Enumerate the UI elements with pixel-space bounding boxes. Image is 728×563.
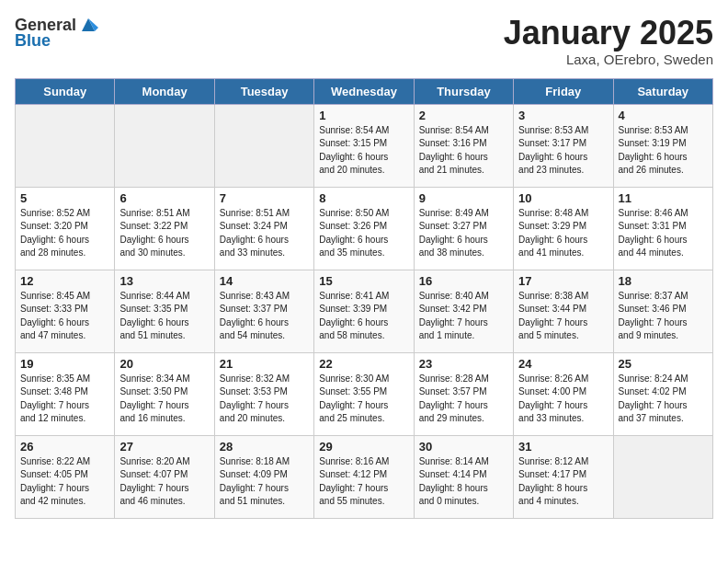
calendar-subtitle: Laxa, OErebro, Sweden xyxy=(504,52,713,67)
day-cell: 15Sunrise: 8:41 AM Sunset: 3:39 PM Dayli… xyxy=(314,270,414,352)
day-info: Sunrise: 8:22 AM Sunset: 4:05 PM Dayligh… xyxy=(20,455,109,509)
day-number: 4 xyxy=(619,109,708,122)
day-info: Sunrise: 8:52 AM Sunset: 3:20 PM Dayligh… xyxy=(20,207,109,260)
day-cell: 3Sunrise: 8:53 AM Sunset: 3:17 PM Daylig… xyxy=(514,104,613,187)
days-header-row: SundayMondayTuesdayWednesdayThursdayFrid… xyxy=(16,78,713,104)
day-info: Sunrise: 8:38 AM Sunset: 3:44 PM Dayligh… xyxy=(518,290,608,343)
dow-header-monday: Monday xyxy=(115,78,214,104)
title-block: January 2025 Laxa, OErebro, Sweden xyxy=(504,15,713,67)
day-cell: 9Sunrise: 8:49 AM Sunset: 3:27 PM Daylig… xyxy=(414,187,513,270)
day-number: 15 xyxy=(319,274,408,288)
day-info: Sunrise: 8:28 AM Sunset: 3:57 PM Dayligh… xyxy=(419,373,508,426)
day-number: 29 xyxy=(319,440,408,454)
day-info: Sunrise: 8:51 AM Sunset: 3:22 PM Dayligh… xyxy=(119,207,209,260)
day-info: Sunrise: 8:54 AM Sunset: 3:16 PM Dayligh… xyxy=(419,124,508,178)
day-cell: 18Sunrise: 8:37 AM Sunset: 3:46 PM Dayli… xyxy=(613,270,712,352)
day-number: 5 xyxy=(20,191,109,205)
day-number: 20 xyxy=(119,357,209,371)
week-row-2: 12Sunrise: 8:45 AM Sunset: 3:33 PM Dayli… xyxy=(16,270,713,352)
day-cell: 29Sunrise: 8:16 AM Sunset: 4:12 PM Dayli… xyxy=(314,435,414,518)
day-info: Sunrise: 8:37 AM Sunset: 3:46 PM Dayligh… xyxy=(619,290,708,343)
day-cell: 12Sunrise: 8:45 AM Sunset: 3:33 PM Dayli… xyxy=(16,270,115,352)
day-number: 2 xyxy=(419,109,508,122)
day-cell: 21Sunrise: 8:32 AM Sunset: 3:53 PM Dayli… xyxy=(214,352,313,435)
day-number: 9 xyxy=(419,191,508,205)
day-cell: 28Sunrise: 8:18 AM Sunset: 4:09 PM Dayli… xyxy=(214,435,313,518)
dow-header-friday: Friday xyxy=(514,78,613,104)
day-cell xyxy=(214,104,313,187)
day-number: 16 xyxy=(419,274,508,288)
logo: General Blue xyxy=(15,15,98,51)
dow-header-tuesday: Tuesday xyxy=(214,78,313,104)
day-cell: 30Sunrise: 8:14 AM Sunset: 4:14 PM Dayli… xyxy=(414,435,513,518)
day-info: Sunrise: 8:26 AM Sunset: 4:00 PM Dayligh… xyxy=(518,373,608,426)
day-info: Sunrise: 8:54 AM Sunset: 3:15 PM Dayligh… xyxy=(319,124,408,178)
day-info: Sunrise: 8:32 AM Sunset: 3:53 PM Dayligh… xyxy=(220,373,309,426)
day-cell: 7Sunrise: 8:51 AM Sunset: 3:24 PM Daylig… xyxy=(214,187,313,270)
day-cell: 25Sunrise: 8:24 AM Sunset: 4:02 PM Dayli… xyxy=(613,352,712,435)
day-cell: 8Sunrise: 8:50 AM Sunset: 3:26 PM Daylig… xyxy=(314,187,414,270)
day-cell: 13Sunrise: 8:44 AM Sunset: 3:35 PM Dayli… xyxy=(115,270,214,352)
day-info: Sunrise: 8:35 AM Sunset: 3:48 PM Dayligh… xyxy=(20,373,109,426)
day-info: Sunrise: 8:44 AM Sunset: 3:35 PM Dayligh… xyxy=(119,290,209,343)
day-number: 28 xyxy=(220,440,309,454)
day-info: Sunrise: 8:41 AM Sunset: 3:39 PM Dayligh… xyxy=(319,290,408,343)
day-info: Sunrise: 8:46 AM Sunset: 3:31 PM Dayligh… xyxy=(619,207,708,260)
calendar-table: SundayMondayTuesdayWednesdayThursdayFrid… xyxy=(15,78,713,519)
week-row-1: 5Sunrise: 8:52 AM Sunset: 3:20 PM Daylig… xyxy=(16,187,713,270)
day-number: 24 xyxy=(518,357,608,371)
week-row-4: 26Sunrise: 8:22 AM Sunset: 4:05 PM Dayli… xyxy=(16,435,713,518)
day-cell: 10Sunrise: 8:48 AM Sunset: 3:29 PM Dayli… xyxy=(514,187,613,270)
day-cell: 17Sunrise: 8:38 AM Sunset: 3:44 PM Dayli… xyxy=(514,270,613,352)
day-cell: 20Sunrise: 8:34 AM Sunset: 3:50 PM Dayli… xyxy=(115,352,214,435)
day-number: 27 xyxy=(119,440,209,454)
day-info: Sunrise: 8:20 AM Sunset: 4:07 PM Dayligh… xyxy=(119,455,209,509)
day-info: Sunrise: 8:48 AM Sunset: 3:29 PM Dayligh… xyxy=(518,207,608,260)
day-cell: 27Sunrise: 8:20 AM Sunset: 4:07 PM Dayli… xyxy=(115,435,214,518)
day-info: Sunrise: 8:45 AM Sunset: 3:33 PM Dayligh… xyxy=(20,290,109,343)
day-cell: 1Sunrise: 8:54 AM Sunset: 3:15 PM Daylig… xyxy=(314,104,414,187)
day-number: 21 xyxy=(220,357,309,371)
day-info: Sunrise: 8:24 AM Sunset: 4:02 PM Dayligh… xyxy=(619,373,708,426)
day-number: 25 xyxy=(619,357,708,371)
day-cell: 2Sunrise: 8:54 AM Sunset: 3:16 PM Daylig… xyxy=(414,104,513,187)
day-info: Sunrise: 8:14 AM Sunset: 4:14 PM Dayligh… xyxy=(419,455,508,509)
day-cell xyxy=(16,104,115,187)
day-number: 23 xyxy=(419,357,508,371)
day-info: Sunrise: 8:51 AM Sunset: 3:24 PM Dayligh… xyxy=(220,207,309,260)
day-cell xyxy=(115,104,214,187)
page-header: General Blue January 2025 Laxa, OErebro,… xyxy=(15,15,713,67)
day-cell: 23Sunrise: 8:28 AM Sunset: 3:57 PM Dayli… xyxy=(414,352,513,435)
day-info: Sunrise: 8:12 AM Sunset: 4:17 PM Dayligh… xyxy=(518,455,608,509)
day-number: 30 xyxy=(419,440,508,454)
dow-header-sunday: Sunday xyxy=(16,78,115,104)
day-cell: 11Sunrise: 8:46 AM Sunset: 3:31 PM Dayli… xyxy=(613,187,712,270)
day-cell: 24Sunrise: 8:26 AM Sunset: 4:00 PM Dayli… xyxy=(514,352,613,435)
day-number: 6 xyxy=(119,191,209,205)
dow-header-saturday: Saturday xyxy=(613,78,712,104)
day-info: Sunrise: 8:18 AM Sunset: 4:09 PM Dayligh… xyxy=(220,455,309,509)
day-number: 11 xyxy=(619,191,708,205)
day-cell: 5Sunrise: 8:52 AM Sunset: 3:20 PM Daylig… xyxy=(16,187,115,270)
day-cell: 14Sunrise: 8:43 AM Sunset: 3:37 PM Dayli… xyxy=(214,270,313,352)
day-info: Sunrise: 8:50 AM Sunset: 3:26 PM Dayligh… xyxy=(319,207,408,260)
week-row-3: 19Sunrise: 8:35 AM Sunset: 3:48 PM Dayli… xyxy=(16,352,713,435)
day-number: 18 xyxy=(619,274,708,288)
day-cell: 4Sunrise: 8:53 AM Sunset: 3:19 PM Daylig… xyxy=(613,104,712,187)
day-cell: 31Sunrise: 8:12 AM Sunset: 4:17 PM Dayli… xyxy=(514,435,613,518)
day-info: Sunrise: 8:43 AM Sunset: 3:37 PM Dayligh… xyxy=(220,290,309,343)
day-number: 1 xyxy=(319,109,408,122)
day-info: Sunrise: 8:30 AM Sunset: 3:55 PM Dayligh… xyxy=(319,373,408,426)
day-info: Sunrise: 8:53 AM Sunset: 3:19 PM Dayligh… xyxy=(619,124,708,178)
day-number: 13 xyxy=(119,274,209,288)
day-number: 10 xyxy=(518,191,608,205)
dow-header-wednesday: Wednesday xyxy=(314,78,414,104)
day-number: 19 xyxy=(20,357,109,371)
day-number: 22 xyxy=(319,357,408,371)
dow-header-thursday: Thursday xyxy=(414,78,513,104)
day-info: Sunrise: 8:49 AM Sunset: 3:27 PM Dayligh… xyxy=(419,207,508,260)
day-number: 17 xyxy=(518,274,608,288)
day-cell: 6Sunrise: 8:51 AM Sunset: 3:22 PM Daylig… xyxy=(115,187,214,270)
day-number: 14 xyxy=(220,274,309,288)
day-number: 7 xyxy=(220,191,309,205)
